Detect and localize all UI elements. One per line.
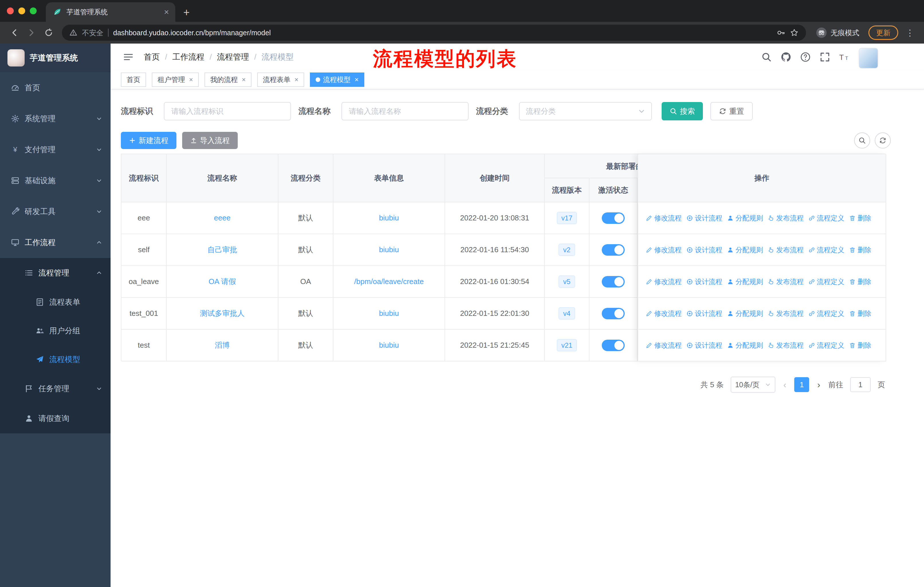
sidebar-item-devtools[interactable]: 研发工具 bbox=[0, 196, 111, 227]
action-publish-process[interactable]: 发布流程 bbox=[767, 277, 804, 286]
action-publish-process[interactable]: 发布流程 bbox=[767, 309, 804, 318]
action-design-process[interactable]: 设计流程 bbox=[686, 277, 723, 286]
sidebar-item-workflow[interactable]: 工作流程 bbox=[0, 227, 111, 258]
sidebar-item-infra[interactable]: 基础设施 bbox=[0, 165, 111, 196]
tag-close-icon[interactable]: × bbox=[242, 76, 246, 84]
action-design-process[interactable]: 设计流程 bbox=[686, 213, 723, 223]
tag-2[interactable]: 我的流程× bbox=[205, 73, 251, 87]
maximize-window-button[interactable] bbox=[30, 7, 37, 14]
breadcrumb-item[interactable]: 首页 bbox=[144, 51, 160, 63]
github-icon[interactable] bbox=[781, 52, 791, 62]
action-design-process[interactable]: 设计流程 bbox=[686, 341, 723, 350]
action-delete[interactable]: 删除 bbox=[849, 245, 871, 255]
tag-close-icon[interactable]: × bbox=[355, 76, 359, 84]
page-size-select[interactable]: 10条/页 bbox=[731, 377, 776, 393]
search-button[interactable]: 搜索 bbox=[662, 102, 703, 121]
version-tag[interactable]: v5 bbox=[559, 275, 575, 288]
reload-icon[interactable] bbox=[41, 25, 56, 40]
model-name-link[interactable]: 自己审批 bbox=[207, 245, 237, 255]
user-avatar[interactable] bbox=[859, 48, 878, 68]
action-assign-rules[interactable]: 分配规则 bbox=[727, 309, 763, 318]
form-link[interactable]: biubiu bbox=[379, 245, 399, 254]
reset-button[interactable]: 重置 bbox=[710, 102, 753, 121]
sidebar-item-payment[interactable]: ¥支付管理 bbox=[0, 134, 111, 165]
sidebar-item-process-mgmt[interactable]: 流程管理 bbox=[0, 258, 111, 288]
tag-0[interactable]: 首页 bbox=[121, 73, 146, 87]
action-design-process[interactable]: 设计流程 bbox=[686, 245, 723, 255]
sidebar-item-task-mgmt[interactable]: 任务管理 bbox=[0, 374, 111, 403]
tag-3[interactable]: 流程表单× bbox=[257, 73, 304, 87]
action-publish-process[interactable]: 发布流程 bbox=[767, 341, 804, 350]
sidebar-item-leave-query[interactable]: 请假查询 bbox=[0, 403, 111, 433]
active-toggle[interactable] bbox=[602, 212, 625, 224]
sidebar-item-user-group[interactable]: 用户分组 bbox=[0, 316, 111, 345]
action-modify-process[interactable]: 修改流程 bbox=[645, 341, 682, 350]
breadcrumb-item[interactable]: 流程管理 bbox=[217, 51, 249, 63]
action-publish-process[interactable]: 发布流程 bbox=[767, 245, 804, 255]
process-key-input[interactable] bbox=[164, 102, 291, 121]
action-modify-process[interactable]: 修改流程 bbox=[645, 277, 682, 286]
form-link[interactable]: /bpm/oa/leave/create bbox=[354, 277, 424, 286]
form-link[interactable]: biubiu bbox=[379, 309, 399, 318]
create-process-button[interactable]: 新建流程 bbox=[121, 132, 177, 149]
fullscreen-icon[interactable] bbox=[820, 52, 830, 62]
version-tag[interactable]: v17 bbox=[557, 212, 577, 224]
app-logo[interactable]: 芋道管理系统 bbox=[0, 43, 111, 72]
active-toggle[interactable] bbox=[602, 308, 625, 319]
category-select[interactable]: 流程分类 bbox=[519, 102, 652, 121]
tag-close-icon[interactable]: × bbox=[294, 76, 299, 84]
font-size-icon[interactable]: TT bbox=[839, 52, 850, 62]
form-link[interactable]: biubiu bbox=[379, 341, 399, 350]
action-process-definition[interactable]: 流程定义 bbox=[808, 213, 844, 223]
model-name-link[interactable]: eeee bbox=[214, 213, 231, 222]
action-assign-rules[interactable]: 分配规则 bbox=[727, 213, 763, 223]
action-process-definition[interactable]: 流程定义 bbox=[808, 245, 844, 255]
version-tag[interactable]: v2 bbox=[559, 244, 575, 256]
action-delete[interactable]: 删除 bbox=[849, 277, 871, 286]
form-link[interactable]: biubiu bbox=[379, 213, 399, 222]
action-delete[interactable]: 删除 bbox=[849, 309, 871, 318]
sidebar-item-process-model[interactable]: 流程模型 bbox=[0, 345, 111, 374]
sidebar-toggle-icon[interactable] bbox=[123, 52, 134, 62]
toggle-search-button[interactable] bbox=[854, 132, 870, 149]
process-name-input[interactable] bbox=[342, 102, 469, 121]
active-toggle[interactable] bbox=[602, 340, 625, 351]
action-delete[interactable]: 删除 bbox=[849, 341, 871, 350]
page-1-button[interactable]: 1 bbox=[794, 377, 809, 392]
version-tag[interactable]: v4 bbox=[559, 307, 575, 319]
search-icon[interactable] bbox=[761, 52, 772, 62]
action-modify-process[interactable]: 修改流程 bbox=[645, 245, 682, 255]
forward-icon[interactable] bbox=[24, 25, 39, 40]
goto-page-input[interactable] bbox=[850, 377, 871, 392]
minimize-window-button[interactable] bbox=[18, 7, 25, 14]
breadcrumb-item[interactable]: 工作流程 bbox=[172, 51, 205, 63]
active-toggle[interactable] bbox=[602, 276, 625, 288]
refresh-table-button[interactable] bbox=[875, 132, 891, 149]
model-name-link[interactable]: 测试多审批人 bbox=[200, 308, 244, 318]
action-assign-rules[interactable]: 分配规则 bbox=[727, 245, 763, 255]
close-window-button[interactable] bbox=[7, 7, 14, 14]
action-publish-process[interactable]: 发布流程 bbox=[767, 213, 804, 223]
action-modify-process[interactable]: 修改流程 bbox=[645, 213, 682, 223]
action-design-process[interactable]: 设计流程 bbox=[686, 309, 723, 318]
action-modify-process[interactable]: 修改流程 bbox=[645, 309, 682, 318]
action-delete[interactable]: 删除 bbox=[849, 213, 871, 223]
tag-1[interactable]: 租户管理× bbox=[152, 73, 199, 87]
action-process-definition[interactable]: 流程定义 bbox=[808, 309, 844, 318]
next-page-button[interactable]: › bbox=[816, 379, 822, 390]
active-toggle[interactable] bbox=[602, 244, 625, 256]
sidebar-item-process-form[interactable]: 流程表单 bbox=[0, 288, 111, 316]
action-assign-rules[interactable]: 分配规则 bbox=[727, 341, 763, 350]
not-secure-warning-icon[interactable] bbox=[69, 29, 78, 37]
model-name-link[interactable]: OA 请假 bbox=[208, 276, 236, 287]
password-key-icon[interactable] bbox=[777, 28, 785, 37]
model-name-link[interactable]: 滔博 bbox=[215, 340, 230, 350]
action-assign-rules[interactable]: 分配规则 bbox=[727, 277, 763, 286]
new-tab-button[interactable]: + bbox=[183, 7, 190, 18]
tag-close-icon[interactable]: × bbox=[189, 76, 193, 84]
bookmark-star-icon[interactable] bbox=[790, 28, 799, 37]
tag-4[interactable]: 流程模型× bbox=[310, 73, 364, 87]
kebab-menu-icon[interactable]: ⋮ bbox=[903, 28, 917, 38]
help-icon[interactable] bbox=[800, 52, 810, 62]
tab-close-icon[interactable]: × bbox=[162, 7, 171, 17]
